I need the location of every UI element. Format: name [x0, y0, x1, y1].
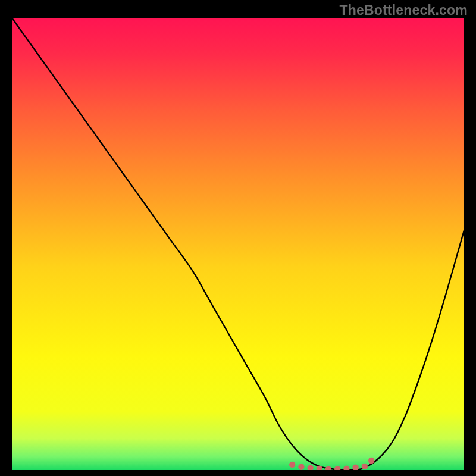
chart-frame: TheBottleneck.com	[0, 0, 476, 476]
valley-marker	[289, 462, 295, 468]
valley-marker	[368, 458, 374, 464]
chart-plot-area	[12, 18, 464, 470]
chart-background	[12, 18, 464, 470]
valley-marker	[298, 464, 304, 469]
watermark-label: TheBottleneck.com	[339, 2, 468, 18]
chart-svg	[12, 18, 464, 470]
valley-marker	[362, 464, 368, 469]
